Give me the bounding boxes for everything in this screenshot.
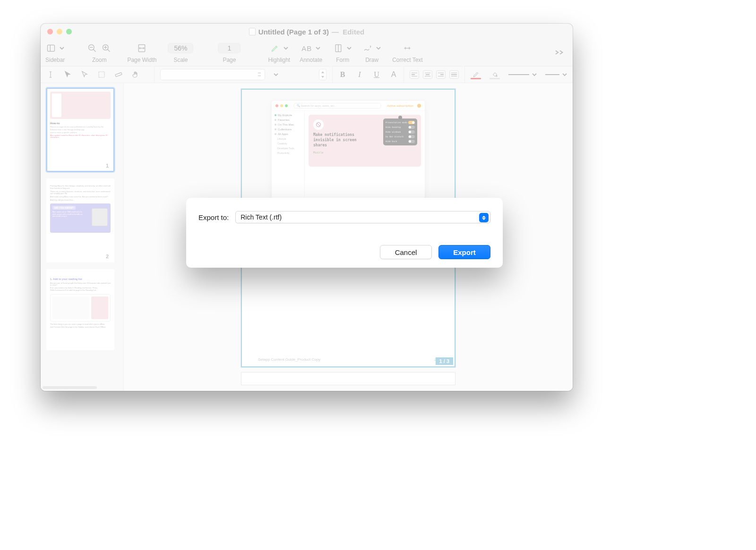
page-width[interactable]: Page Width [127,40,156,63]
traffic-lights [47,29,72,34]
bucket-icon [491,71,498,78]
ruler-icon[interactable] [114,70,123,79]
text-style-group: B I U A [333,67,404,83]
page-field[interactable]: 1 Page [218,40,241,63]
zoom-out-icon[interactable] [87,43,97,53]
main-toolbar: Sidebar Zoom Page Width 56% Scale [41,40,573,66]
svg-rect-18 [99,72,104,77]
align-justify-button[interactable] [449,70,459,79]
draw-tool[interactable]: Draw [363,40,381,63]
chevron-down-icon [284,46,288,51]
toolbar-overflow[interactable] [555,50,568,57]
align-left-button[interactable] [410,70,419,79]
hero-illustration: 🔍 Search for apps, tasks, etc. Active su… [242,90,455,199]
hand-icon[interactable] [131,70,140,79]
draw-icon [363,43,372,53]
select-caret-icon [479,213,489,222]
chevron-down-icon [562,72,567,77]
subscription-badge: Active subscription [387,104,413,107]
app-search: 🔍 Search for apps, tasks, etc. [293,103,381,109]
align-right-button[interactable] [436,70,446,79]
fill-color-button[interactable] [490,70,500,79]
sidebar-toggle[interactable]: Sidebar [45,40,65,63]
scale-field[interactable]: 56% Scale [168,40,193,63]
svg-line-3 [94,50,96,52]
svg-rect-0 [47,45,54,51]
draw-style-group [465,67,573,83]
select-rect-icon[interactable] [97,70,106,79]
chevron-down-icon [347,46,352,51]
correct-text-icon [403,43,412,53]
scale-value[interactable]: 56% [168,43,193,53]
export-format-value: Rich Text (.rtf) [241,213,282,221]
page-indicator: 1 / 3 [436,357,453,365]
svg-rect-19 [115,73,122,77]
chevron-down-icon[interactable] [274,72,278,77]
page-2-peek[interactable] [241,372,455,385]
page-footer: Setapp Content Guide_Product Copy 22 [258,357,438,362]
annotate-icon: AB [301,44,312,52]
thumbnail-scrollbar[interactable] [43,386,112,390]
zoom-in-icon[interactable] [102,43,111,53]
svg-line-6 [108,50,110,52]
zoom-controls: Zoom [87,40,111,63]
chevron-down-icon [376,46,381,51]
chevron-down-icon [60,46,64,51]
pointer-outline-icon[interactable] [80,70,89,79]
doc-title: Untitled (Page 1 of 3) [258,28,329,36]
align-center-button[interactable] [423,70,432,79]
mute-icon [313,119,324,130]
edited-indicator: — Edited [332,28,364,36]
chevron-down-icon [532,72,537,77]
stroke-color-button[interactable] [471,70,481,79]
thumbnail-page-3[interactable]: 1. Add to your reading list Are you one … [46,269,114,350]
line-weight-button[interactable] [508,72,537,77]
page-width-icon [137,43,146,53]
svg-point-20 [496,76,497,76]
chevron-down-icon [316,46,320,51]
fullscreen-icon[interactable] [66,29,72,34]
font-size-stepper[interactable] [319,69,326,80]
form-icon [334,43,343,53]
export-to-label: Export to: [198,213,229,221]
pointer-icon[interactable] [63,70,72,79]
correct-text-tool[interactable]: Correct Text [392,40,422,63]
font-color-button[interactable]: A [389,70,398,79]
close-icon[interactable] [47,29,53,34]
underline-button[interactable]: U [372,70,381,79]
document-icon [249,28,256,35]
thumbnail-sidebar: How-to How-to is a type of use case publ… [41,83,124,391]
sidebar-icon [46,43,56,53]
window-title: Untitled (Page 1 of 3) — Edited [47,28,566,36]
text-cursor-icon[interactable] [46,70,55,79]
minimize-icon[interactable] [57,29,62,34]
cancel-button[interactable]: Cancel [380,245,432,259]
alignment-group [404,67,464,83]
format-toolbar: B I U A [41,66,573,83]
export-format-select[interactable]: Rich Text (.rtf) [235,211,490,223]
export-button[interactable]: Export [438,245,490,259]
font-select[interactable] [160,69,265,80]
page-value[interactable]: 1 [218,43,241,53]
bold-button[interactable]: B [338,70,347,79]
italic-button[interactable]: I [355,70,364,79]
chevron-double-right-icon [555,50,565,55]
line-style-button[interactable] [545,72,567,77]
form-tool[interactable]: Form [334,40,352,63]
highlighter-icon [270,43,280,53]
annotate-tool[interactable]: AB Annotate [300,40,322,63]
export-dialog: Export to: Rich Text (.rtf) Cancel Expor… [186,198,503,268]
thumbnail-page-2[interactable]: Praising Macs for their design, simplici… [46,178,114,262]
pencil-icon [472,71,480,78]
thumbnail-page-1[interactable]: How-to How-to is a type of use case publ… [46,88,114,172]
highlight-tool[interactable]: Highlight [268,40,290,63]
app-window: Untitled (Page 1 of 3) — Edited Sidebar … [41,24,573,391]
titlebar: Untitled (Page 1 of 3) — Edited [41,24,573,40]
